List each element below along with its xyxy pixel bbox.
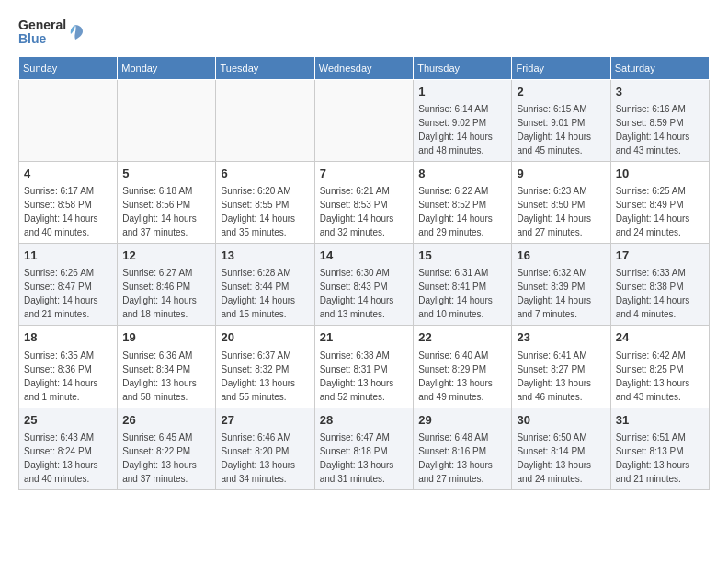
day-info: Sunrise: 6:17 AM Sunset: 8:58 PM Dayligh…: [24, 184, 112, 239]
calendar-cell: 19Sunrise: 6:36 AM Sunset: 8:34 PM Dayli…: [118, 326, 216, 408]
logo-text-blue: Blue: [18, 32, 64, 46]
day-info: Sunrise: 6:38 AM Sunset: 8:31 PM Dayligh…: [320, 349, 408, 404]
calendar-cell: 23Sunrise: 6:41 AM Sunset: 8:27 PM Dayli…: [512, 326, 610, 408]
day-info: Sunrise: 6:51 AM Sunset: 8:13 PM Dayligh…: [616, 431, 704, 486]
calendar-week-row: 1Sunrise: 6:14 AM Sunset: 9:02 PM Daylig…: [19, 79, 710, 161]
day-number: 18: [24, 329, 112, 346]
weekday-header: Wednesday: [314, 56, 413, 79]
day-number: 3: [616, 84, 704, 100]
day-info: Sunrise: 6:25 AM Sunset: 8:49 PM Dayligh…: [616, 184, 704, 239]
calendar-cell: 13Sunrise: 6:28 AM Sunset: 8:44 PM Dayli…: [216, 244, 314, 326]
day-number: 9: [517, 166, 605, 182]
day-number: 21: [320, 329, 408, 346]
calendar-cell: 4Sunrise: 6:17 AM Sunset: 8:58 PM Daylig…: [19, 161, 118, 243]
day-number: 13: [221, 247, 309, 264]
day-info: Sunrise: 6:50 AM Sunset: 8:14 PM Dayligh…: [517, 431, 605, 486]
day-info: Sunrise: 6:22 AM Sunset: 8:52 PM Dayligh…: [418, 184, 506, 239]
calendar-cell: 24Sunrise: 6:42 AM Sunset: 8:25 PM Dayli…: [610, 326, 709, 408]
day-info: Sunrise: 6:33 AM Sunset: 8:38 PM Dayligh…: [616, 266, 704, 321]
calendar-cell: [118, 79, 216, 161]
day-info: Sunrise: 6:26 AM Sunset: 8:47 PM Dayligh…: [24, 266, 112, 321]
day-info: Sunrise: 6:21 AM Sunset: 8:53 PM Dayligh…: [320, 184, 408, 239]
calendar-cell: 11Sunrise: 6:26 AM Sunset: 8:47 PM Dayli…: [19, 244, 118, 326]
calendar-cell: [314, 79, 413, 161]
day-info: Sunrise: 6:20 AM Sunset: 8:55 PM Dayligh…: [221, 184, 309, 239]
day-info: Sunrise: 6:31 AM Sunset: 8:41 PM Dayligh…: [418, 266, 506, 321]
calendar-cell: 26Sunrise: 6:45 AM Sunset: 8:22 PM Dayli…: [118, 408, 216, 489]
day-number: 24: [616, 329, 704, 346]
calendar-cell: 30Sunrise: 6:50 AM Sunset: 8:14 PM Dayli…: [512, 408, 610, 489]
day-info: Sunrise: 6:30 AM Sunset: 8:43 PM Dayligh…: [320, 266, 408, 321]
calendar-week-row: 11Sunrise: 6:26 AM Sunset: 8:47 PM Dayli…: [19, 244, 710, 326]
day-info: Sunrise: 6:47 AM Sunset: 8:18 PM Dayligh…: [320, 431, 408, 486]
logo: General Blue: [18, 18, 85, 47]
weekday-header: Thursday: [414, 56, 512, 79]
day-number: 6: [221, 166, 309, 182]
calendar-cell: 10Sunrise: 6:25 AM Sunset: 8:49 PM Dayli…: [610, 161, 709, 243]
weekday-header: Monday: [118, 56, 216, 79]
day-info: Sunrise: 6:28 AM Sunset: 8:44 PM Dayligh…: [221, 266, 309, 321]
day-info: Sunrise: 6:42 AM Sunset: 8:25 PM Dayligh…: [616, 349, 704, 404]
day-number: 10: [616, 166, 704, 182]
day-number: 17: [616, 247, 704, 264]
calendar-cell: 15Sunrise: 6:31 AM Sunset: 8:41 PM Dayli…: [414, 244, 512, 326]
day-number: 25: [24, 412, 112, 429]
calendar-cell: 25Sunrise: 6:43 AM Sunset: 8:24 PM Dayli…: [19, 408, 118, 489]
day-info: Sunrise: 6:40 AM Sunset: 8:29 PM Dayligh…: [418, 349, 506, 404]
calendar-cell: 14Sunrise: 6:30 AM Sunset: 8:43 PM Dayli…: [314, 244, 413, 326]
day-number: 28: [320, 412, 408, 429]
weekday-header: Tuesday: [216, 56, 314, 79]
day-info: Sunrise: 6:32 AM Sunset: 8:39 PM Dayligh…: [517, 266, 605, 321]
day-number: 11: [24, 247, 112, 264]
day-number: 15: [418, 247, 506, 264]
calendar-cell: 5Sunrise: 6:18 AM Sunset: 8:56 PM Daylig…: [118, 161, 216, 243]
weekday-header: Friday: [512, 56, 610, 79]
calendar-cell: 31Sunrise: 6:51 AM Sunset: 8:13 PM Dayli…: [610, 408, 709, 489]
weekday-header: Saturday: [610, 56, 709, 79]
weekday-header: Sunday: [19, 56, 118, 79]
day-number: 20: [221, 329, 309, 346]
calendar-cell: 2Sunrise: 6:15 AM Sunset: 9:01 PM Daylig…: [512, 79, 610, 161]
day-info: Sunrise: 6:23 AM Sunset: 8:50 PM Dayligh…: [517, 184, 605, 239]
calendar-cell: 21Sunrise: 6:38 AM Sunset: 8:31 PM Dayli…: [314, 326, 413, 408]
day-info: Sunrise: 6:36 AM Sunset: 8:34 PM Dayligh…: [122, 349, 210, 404]
day-number: 14: [320, 247, 408, 264]
calendar-week-row: 25Sunrise: 6:43 AM Sunset: 8:24 PM Dayli…: [19, 408, 710, 489]
day-number: 23: [517, 329, 605, 346]
day-number: 16: [517, 247, 605, 264]
day-number: 26: [122, 412, 210, 429]
day-info: Sunrise: 6:16 AM Sunset: 8:59 PM Dayligh…: [616, 102, 704, 157]
calendar-cell: 29Sunrise: 6:48 AM Sunset: 8:16 PM Dayli…: [414, 408, 512, 489]
calendar-cell: 6Sunrise: 6:20 AM Sunset: 8:55 PM Daylig…: [216, 161, 314, 243]
logo-text-general: General: [18, 18, 64, 32]
calendar-cell: 9Sunrise: 6:23 AM Sunset: 8:50 PM Daylig…: [512, 161, 610, 243]
day-info: Sunrise: 6:46 AM Sunset: 8:20 PM Dayligh…: [221, 431, 309, 486]
day-number: 19: [122, 329, 210, 346]
day-number: 12: [122, 247, 210, 264]
day-number: 1: [418, 84, 506, 100]
day-number: 2: [517, 84, 605, 100]
day-number: 8: [418, 166, 506, 182]
page-header: General Blue: [18, 18, 710, 47]
day-info: Sunrise: 6:37 AM Sunset: 8:32 PM Dayligh…: [221, 349, 309, 404]
calendar-cell: 18Sunrise: 6:35 AM Sunset: 8:36 PM Dayli…: [19, 326, 118, 408]
weekday-header-row: SundayMondayTuesdayWednesdayThursdayFrid…: [19, 56, 710, 79]
day-number: 7: [320, 166, 408, 182]
day-info: Sunrise: 6:43 AM Sunset: 8:24 PM Dayligh…: [24, 431, 112, 486]
calendar-cell: 28Sunrise: 6:47 AM Sunset: 8:18 PM Dayli…: [314, 408, 413, 489]
day-info: Sunrise: 6:15 AM Sunset: 9:01 PM Dayligh…: [517, 102, 605, 157]
day-number: 5: [122, 166, 210, 182]
calendar-cell: 12Sunrise: 6:27 AM Sunset: 8:46 PM Dayli…: [118, 244, 216, 326]
calendar-week-row: 4Sunrise: 6:17 AM Sunset: 8:58 PM Daylig…: [19, 161, 710, 243]
calendar-cell: 1Sunrise: 6:14 AM Sunset: 9:02 PM Daylig…: [414, 79, 512, 161]
logo-graphic: General Blue: [18, 18, 85, 47]
day-info: Sunrise: 6:18 AM Sunset: 8:56 PM Dayligh…: [122, 184, 210, 239]
logo-bird-icon: [66, 23, 85, 41]
day-number: 4: [24, 166, 112, 182]
calendar-cell: 16Sunrise: 6:32 AM Sunset: 8:39 PM Dayli…: [512, 244, 610, 326]
day-info: Sunrise: 6:27 AM Sunset: 8:46 PM Dayligh…: [122, 266, 210, 321]
day-number: 30: [517, 412, 605, 429]
calendar-cell: 20Sunrise: 6:37 AM Sunset: 8:32 PM Dayli…: [216, 326, 314, 408]
day-number: 31: [616, 412, 704, 429]
calendar-cell: 8Sunrise: 6:22 AM Sunset: 8:52 PM Daylig…: [414, 161, 512, 243]
